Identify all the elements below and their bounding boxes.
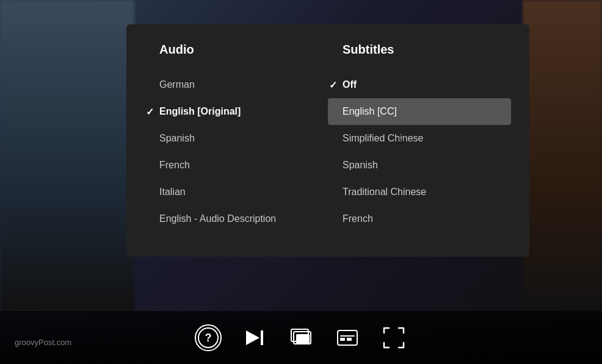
subtitle-item-simplified-chinese[interactable]: Simplified Chinese (328, 125, 511, 152)
skip-next-button[interactable] (241, 324, 268, 351)
checkmark-off: ✓ (329, 79, 337, 91)
audio-label-french: French (159, 160, 190, 171)
audio-item-english-ad[interactable]: English - Audio Description (145, 205, 328, 232)
episodes-button[interactable] (288, 324, 314, 351)
bottom-control-bar: ? (0, 311, 602, 364)
audio-column: Audio German ✓ English [Original] Spanis… (145, 43, 328, 232)
subtitles-button[interactable] (334, 324, 361, 351)
svg-rect-3 (261, 330, 263, 345)
subtitle-label-french: French (343, 213, 373, 224)
subtitle-item-spanish[interactable]: Spanish (328, 152, 511, 179)
audio-label-english-original: English [Original] (159, 106, 241, 117)
subtitle-label-simplified-chinese: Simplified Chinese (343, 133, 424, 144)
svg-rect-6 (296, 334, 310, 344)
subtitle-item-off[interactable]: ✓ Off (328, 71, 511, 98)
audio-label-italian: Italian (159, 187, 186, 198)
audio-header: Audio (145, 43, 328, 57)
audio-label-german: German (159, 79, 195, 90)
checkmark-english-original: ✓ (146, 106, 154, 118)
help-button[interactable]: ? (195, 324, 222, 351)
audio-item-french[interactable]: French (145, 152, 328, 179)
svg-text:?: ? (205, 332, 212, 344)
watermark: groovyPost.com (15, 338, 71, 347)
subtitle-item-french[interactable]: French (328, 205, 511, 232)
svg-rect-8 (340, 338, 345, 341)
subtitle-label-spanish: Spanish (343, 160, 378, 171)
audio-item-italian[interactable]: Italian (145, 179, 328, 205)
audio-item-spanish[interactable]: Spanish (145, 125, 328, 152)
fullscreen-button[interactable] (380, 324, 407, 351)
audio-item-german[interactable]: German (145, 71, 328, 98)
subtitle-item-traditional-chinese[interactable]: Traditional Chinese (328, 179, 511, 205)
bg-right (523, 0, 602, 311)
bg-left (0, 0, 134, 311)
subtitles-header: Subtitles (328, 43, 511, 57)
audio-item-english-original[interactable]: ✓ English [Original] (145, 98, 328, 125)
subtitle-item-english-cc[interactable]: English [CC] (328, 98, 511, 125)
svg-rect-10 (340, 335, 355, 337)
svg-marker-2 (246, 330, 259, 345)
audio-label-spanish: Spanish (159, 133, 195, 144)
svg-rect-9 (347, 338, 352, 341)
subtitle-label-off: Off (343, 79, 357, 90)
audio-label-english-ad: English - Audio Description (159, 213, 276, 224)
subtitles-column: Subtitles ✓ Off English [CC] Simplified … (328, 43, 511, 232)
subtitle-label-english-cc: English [CC] (343, 106, 397, 117)
audio-subtitle-panel: Audio German ✓ English [Original] Spanis… (126, 24, 529, 257)
subtitle-label-traditional-chinese: Traditional Chinese (343, 187, 426, 198)
